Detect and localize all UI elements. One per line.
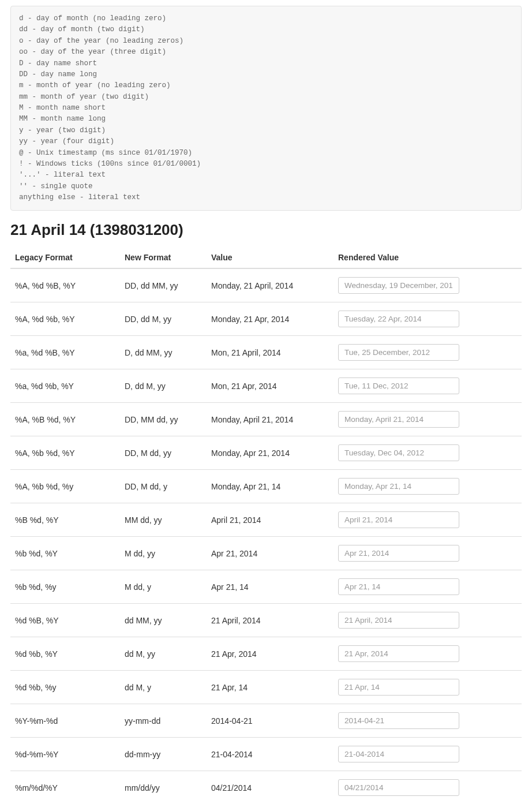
table-row: %a, %d %B, %YD, dd MM, yyMon, 21 April, … [10, 336, 522, 369]
rendered-value-input[interactable] [338, 779, 459, 796]
format-table: Legacy Format New Format Value Rendered … [10, 248, 522, 800]
cell-new-format: DD, MM dd, yy [120, 403, 207, 436]
cell-value: Monday, 21 Apr, 2014 [207, 302, 334, 336]
cell-value: Mon, 21 April, 2014 [207, 336, 334, 369]
rendered-value-input[interactable] [338, 511, 459, 528]
rendered-value-input[interactable] [338, 612, 459, 629]
rendered-value-input[interactable] [338, 545, 459, 562]
rendered-value-input[interactable] [338, 478, 459, 495]
cell-rendered [334, 738, 522, 771]
cell-new-format: mm/dd/yy [120, 771, 207, 800]
cell-legacy-format: %m/%d/%Y [10, 771, 120, 800]
format-legend-code: d - day of month (no leading zero) dd - … [10, 6, 522, 211]
cell-rendered [334, 503, 522, 537]
cell-legacy-format: %d-%m-%Y [10, 738, 120, 771]
rendered-value-input[interactable] [338, 377, 459, 394]
cell-rendered [334, 637, 522, 671]
cell-rendered [334, 537, 522, 570]
cell-legacy-format: %A, %B %d, %Y [10, 403, 120, 436]
cell-new-format: dd-mm-yy [120, 738, 207, 771]
cell-new-format: DD, M dd, yy [120, 436, 207, 470]
cell-rendered [334, 570, 522, 604]
cell-new-format: dd M, yy [120, 637, 207, 671]
table-row: %A, %B %d, %YDD, MM dd, yyMonday, April … [10, 403, 522, 436]
cell-new-format: dd M, y [120, 671, 207, 704]
th-value: Value [207, 248, 334, 268]
cell-value: 21-04-2014 [207, 738, 334, 771]
cell-new-format: DD, dd M, yy [120, 302, 207, 336]
cell-new-format: yy-mm-dd [120, 704, 207, 738]
rendered-value-input[interactable] [338, 746, 459, 762]
table-row: %d %b, %Ydd M, yy21 Apr, 2014 [10, 637, 522, 671]
cell-value: Monday, April 21, 2014 [207, 403, 334, 436]
cell-value: Apr 21, 14 [207, 570, 334, 604]
cell-legacy-format: %A, %d %B, %Y [10, 268, 120, 302]
rendered-value-input[interactable] [338, 578, 459, 595]
cell-legacy-format: %d %B, %Y [10, 604, 120, 637]
rendered-value-input[interactable] [338, 712, 459, 729]
cell-value: Monday, 21 April, 2014 [207, 268, 334, 302]
cell-rendered [334, 771, 522, 800]
rendered-value-input[interactable] [338, 277, 459, 294]
table-row: %Y-%m-%dyy-mm-dd2014-04-21 [10, 704, 522, 738]
th-rendered: Rendered Value [334, 248, 522, 268]
rendered-value-input[interactable] [338, 679, 459, 696]
cell-legacy-format: %B %d, %Y [10, 503, 120, 537]
cell-new-format: D, dd M, yy [120, 369, 207, 403]
cell-value: Apr 21, 2014 [207, 537, 334, 570]
cell-rendered [334, 336, 522, 369]
cell-legacy-format: %A, %d %b, %Y [10, 302, 120, 336]
cell-legacy-format: %a, %d %b, %Y [10, 369, 120, 403]
cell-rendered [334, 403, 522, 436]
cell-legacy-format: %A, %b %d, %Y [10, 436, 120, 470]
cell-rendered [334, 704, 522, 738]
cell-value: 04/21/2014 [207, 771, 334, 800]
rendered-value-input[interactable] [338, 444, 459, 461]
cell-legacy-format: %A, %b %d, %y [10, 470, 120, 503]
table-row: %m/%d/%Ymm/dd/yy04/21/2014 [10, 771, 522, 800]
cell-legacy-format: %b %d, %Y [10, 537, 120, 570]
table-row: %a, %d %b, %YD, dd M, yyMon, 21 Apr, 201… [10, 369, 522, 403]
cell-legacy-format: %d %b, %Y [10, 637, 120, 671]
table-row: %b %d, %YM dd, yyApr 21, 2014 [10, 537, 522, 570]
cell-rendered [334, 604, 522, 637]
cell-new-format: M dd, yy [120, 537, 207, 570]
cell-legacy-format: %Y-%m-%d [10, 704, 120, 738]
cell-legacy-format: %a, %d %B, %Y [10, 336, 120, 369]
cell-value: April 21, 2014 [207, 503, 334, 537]
rendered-value-input[interactable] [338, 344, 459, 361]
table-row: %A, %b %d, %YDD, M dd, yyMonday, Apr 21,… [10, 436, 522, 470]
table-row: %d-%m-%Ydd-mm-yy21-04-2014 [10, 738, 522, 771]
page-title: 21 April 14 (1398031200) [10, 221, 522, 239]
cell-value: Monday, Apr 21, 2014 [207, 436, 334, 470]
cell-rendered [334, 436, 522, 470]
table-row: %d %b, %ydd M, y21 Apr, 14 [10, 671, 522, 704]
cell-value: 21 April, 2014 [207, 604, 334, 637]
cell-rendered [334, 302, 522, 336]
cell-rendered [334, 671, 522, 704]
th-legacy-format: Legacy Format [10, 248, 120, 268]
rendered-value-input[interactable] [338, 411, 459, 428]
cell-legacy-format: %d %b, %y [10, 671, 120, 704]
cell-rendered [334, 369, 522, 403]
cell-new-format: DD, M dd, y [120, 470, 207, 503]
table-row: %b %d, %yM dd, yApr 21, 14 [10, 570, 522, 604]
table-row: %A, %d %b, %YDD, dd M, yyMonday, 21 Apr,… [10, 302, 522, 336]
rendered-value-input[interactable] [338, 645, 459, 662]
cell-legacy-format: %b %d, %y [10, 570, 120, 604]
cell-new-format: MM dd, yy [120, 503, 207, 537]
th-new-format: New Format [120, 248, 207, 268]
cell-new-format: dd MM, yy [120, 604, 207, 637]
cell-rendered [334, 470, 522, 503]
cell-value: Monday, Apr 21, 14 [207, 470, 334, 503]
cell-value: Mon, 21 Apr, 2014 [207, 369, 334, 403]
rendered-value-input[interactable] [338, 311, 459, 327]
cell-value: 2014-04-21 [207, 704, 334, 738]
cell-rendered [334, 268, 522, 302]
table-row: %A, %b %d, %yDD, M dd, yMonday, Apr 21, … [10, 470, 522, 503]
cell-value: 21 Apr, 2014 [207, 637, 334, 671]
table-row: %A, %d %B, %YDD, dd MM, yyMonday, 21 Apr… [10, 268, 522, 302]
format-table-body: %A, %d %B, %YDD, dd MM, yyMonday, 21 Apr… [10, 268, 522, 800]
cell-new-format: D, dd MM, yy [120, 336, 207, 369]
table-row: %d %B, %Ydd MM, yy21 April, 2014 [10, 604, 522, 637]
